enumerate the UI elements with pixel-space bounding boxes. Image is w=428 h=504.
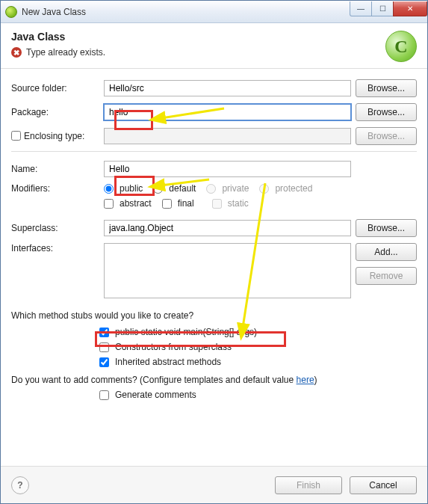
- maximize-button[interactable]: ☐: [371, 1, 394, 16]
- package-input[interactable]: [104, 104, 351, 120]
- stub-main-checkbox[interactable]: [99, 328, 109, 337]
- interfaces-add-button[interactable]: Add...: [356, 243, 417, 261]
- stub-constructors-checkbox[interactable]: [99, 342, 109, 352]
- package-browse-button[interactable]: Browse...: [356, 103, 417, 121]
- modifiers-label: Modifiers:: [11, 183, 99, 194]
- generate-comments-checkbox[interactable]: [99, 390, 109, 400]
- generate-comments-label: Generate comments: [115, 390, 196, 400]
- dialog-footer: ? Finish Cancel: [1, 466, 427, 503]
- error-message: Type already exists.: [26, 47, 105, 58]
- window-title: New Java Class: [22, 7, 350, 17]
- modifier-abstract[interactable]: abstract: [104, 198, 152, 209]
- interfaces-label: Interfaces:: [11, 243, 99, 253]
- interfaces-remove-button: Remove: [356, 267, 417, 285]
- name-input[interactable]: [104, 161, 351, 177]
- source-folder-input[interactable]: [104, 80, 351, 96]
- source-folder-label: Source folder:: [11, 83, 99, 93]
- minimize-button[interactable]: —: [350, 1, 372, 16]
- cancel-button[interactable]: Cancel: [350, 476, 417, 494]
- superclass-label: Superclass:: [11, 223, 99, 233]
- finish-button: Finish: [275, 476, 342, 494]
- stub-main-label: public static void main(String[] args): [115, 327, 257, 337]
- enclosing-type-checkbox[interactable]: [11, 131, 21, 141]
- dialog-title: Java Class: [11, 31, 385, 43]
- separator: [11, 151, 417, 152]
- interfaces-list[interactable]: [104, 243, 351, 298]
- enclosing-type-input: [104, 128, 351, 144]
- stub-constructors-label: Constructors from superclass: [115, 342, 232, 352]
- title-bar: New Java Class — ☐ ✕: [1, 1, 427, 23]
- modifier-default[interactable]: default: [153, 183, 196, 194]
- modifier-private: private: [206, 183, 249, 194]
- superclass-browse-button[interactable]: Browse...: [356, 219, 417, 237]
- stub-inherited-checkbox[interactable]: [99, 357, 109, 367]
- comments-question: Do you want to add comments? (Configure …: [11, 375, 317, 385]
- help-button[interactable]: ?: [11, 476, 29, 494]
- dialog-body: Source folder: Browse... Package: Browse…: [1, 69, 427, 400]
- dialog-header: Java Class ✖ Type already exists. C: [1, 23, 427, 69]
- window-buttons: — ☐ ✕: [350, 1, 427, 16]
- method-stubs-question: Which method stubs would you like to cre…: [11, 310, 417, 321]
- error-icon: ✖: [11, 47, 22, 58]
- modifier-protected: protected: [259, 183, 312, 194]
- source-folder-browse-button[interactable]: Browse...: [356, 79, 417, 97]
- configure-templates-link[interactable]: here: [297, 375, 314, 385]
- package-label: Package:: [11, 107, 99, 117]
- class-badge-icon: C: [385, 31, 417, 62]
- name-label: Name:: [11, 164, 99, 174]
- stub-inherited-label: Inherited abstract methods: [115, 357, 221, 367]
- enclosing-type-label[interactable]: Enclosing type:: [11, 131, 99, 141]
- modifier-static: static: [212, 198, 249, 209]
- modifier-public[interactable]: public: [104, 183, 143, 194]
- close-button[interactable]: ✕: [393, 1, 427, 16]
- modifier-final[interactable]: final: [162, 198, 194, 209]
- app-icon: [5, 6, 17, 18]
- enclosing-type-browse-button: Browse...: [356, 127, 417, 145]
- superclass-input[interactable]: [104, 220, 351, 236]
